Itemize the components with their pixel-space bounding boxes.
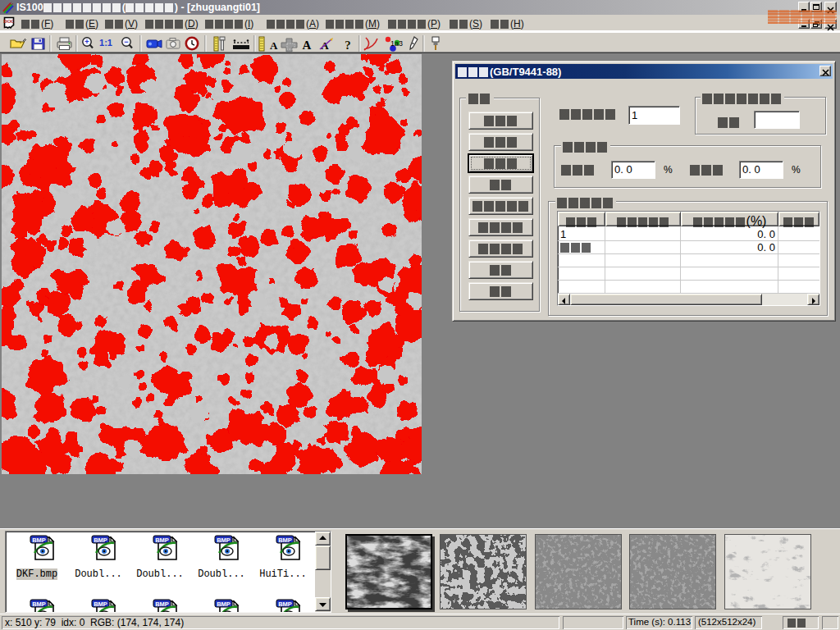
svg-text:BMP: BMP xyxy=(155,600,169,608)
svg-text:−: − xyxy=(124,38,128,46)
svg-text:DOC: DOC xyxy=(3,19,14,24)
svg-text:BMP: BMP xyxy=(217,600,231,608)
svg-text:BMP: BMP xyxy=(94,600,107,608)
svg-text:A: A xyxy=(303,39,312,52)
svg-text:BMP: BMP xyxy=(217,536,231,544)
svg-text:BMP: BMP xyxy=(32,600,46,608)
svg-text:A: A xyxy=(270,39,278,52)
svg-text:BMP: BMP xyxy=(278,536,292,544)
svg-text:1:1: 1:1 xyxy=(99,38,112,48)
svg-text:BMP: BMP xyxy=(32,536,46,544)
svg-text:BMP: BMP xyxy=(155,536,169,544)
svg-text:+: + xyxy=(84,38,89,46)
svg-text:BMP: BMP xyxy=(94,536,107,544)
svg-text:BMP: BMP xyxy=(278,600,292,608)
svg-text:1a3: 1a3 xyxy=(390,39,403,48)
svg-text:?: ? xyxy=(345,39,351,52)
